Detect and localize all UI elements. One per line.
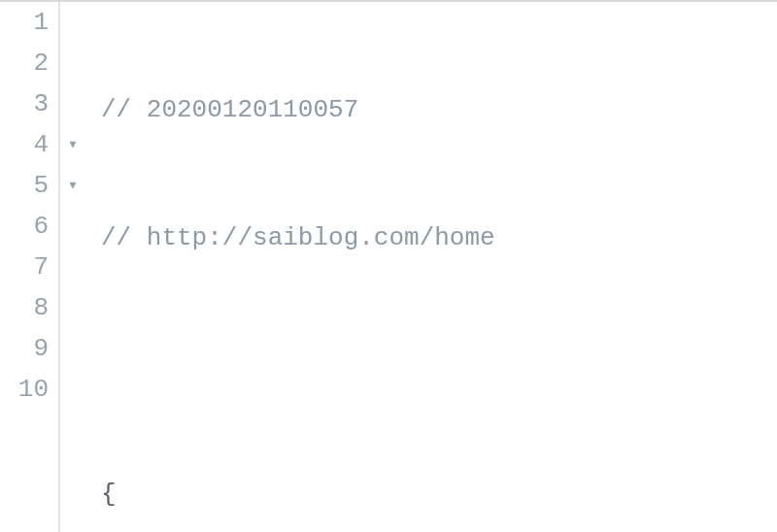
fold-toggle[interactable]: ▾ — [60, 124, 85, 165]
code-line[interactable] — [101, 346, 777, 386]
fold-toggle[interactable]: ▾ — [60, 165, 85, 206]
line-number[interactable]: 1 — [0, 2, 49, 43]
line-number[interactable]: 7 — [0, 247, 49, 287]
line-number[interactable]: 5 — [0, 165, 49, 206]
line-number-gutter: 1 2 3 4 5 6 7 8 9 10 — [0, 2, 60, 532]
line-number[interactable]: 9 — [0, 328, 49, 369]
comment-text: // 20200120110057 — [101, 95, 358, 124]
line-number[interactable]: 6 — [0, 206, 49, 247]
fold-slot — [60, 287, 85, 328]
code-line[interactable]: // 20200120110057 — [101, 89, 777, 130]
code-editor: 1 2 3 4 5 6 7 8 9 10 ▾ ▾ // 202001201100… — [0, 0, 777, 532]
fold-slot — [60, 206, 85, 247]
fold-slot — [60, 328, 85, 369]
code-content[interactable]: // 20200120110057 // http://saiblog.com/… — [85, 2, 777, 532]
fold-gutter: ▾ ▾ — [60, 2, 85, 532]
line-number[interactable]: 8 — [0, 287, 49, 328]
chevron-down-icon: ▾ — [68, 135, 79, 154]
fold-slot — [60, 247, 85, 287]
line-number[interactable]: 3 — [0, 83, 49, 124]
fold-slot — [60, 83, 85, 124]
code-line[interactable]: // http://saiblog.com/home — [101, 217, 777, 258]
chevron-down-icon: ▾ — [68, 176, 79, 195]
code-line[interactable]: { — [101, 474, 777, 515]
line-number[interactable]: 2 — [0, 43, 49, 83]
fold-slot — [60, 369, 85, 410]
line-number[interactable]: 4 — [0, 124, 49, 165]
line-number[interactable]: 10 — [0, 369, 49, 410]
brace-open: { — [101, 480, 117, 509]
fold-slot — [60, 43, 85, 83]
comment-text: // http://saiblog.com/home — [101, 223, 495, 252]
fold-slot — [60, 2, 85, 43]
